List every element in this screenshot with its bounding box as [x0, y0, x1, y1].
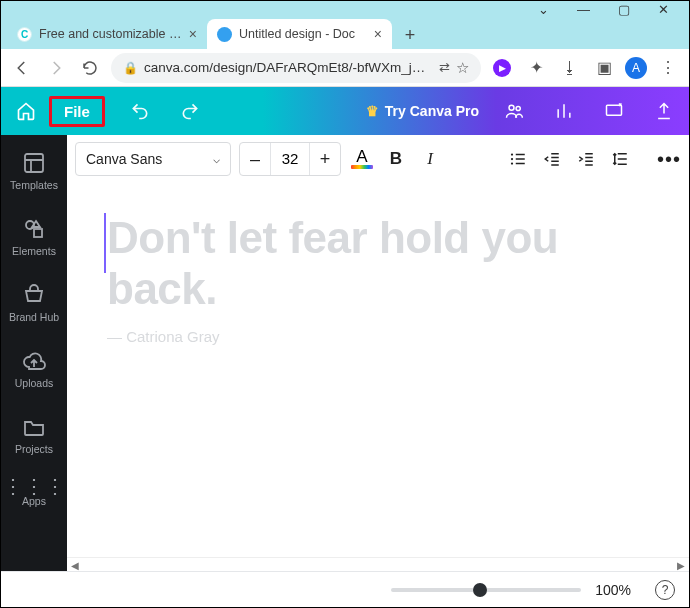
- text-color-button[interactable]: A: [349, 149, 375, 169]
- sidebar-item-brand-hub[interactable]: Brand Hub: [1, 277, 67, 329]
- browser-tabstrip: C Free and customizable Instag × Untitle…: [1, 17, 689, 49]
- browser-tab-1[interactable]: Untitled design - Doc ×: [207, 19, 392, 49]
- nav-forward-button[interactable]: [43, 55, 69, 81]
- svg-rect-2: [607, 105, 622, 115]
- new-tab-button[interactable]: +: [396, 21, 424, 49]
- zoom-value[interactable]: 100%: [595, 582, 631, 598]
- svg-point-1: [516, 106, 520, 110]
- scroll-left-icon[interactable]: ◀: [71, 560, 79, 571]
- window-minimize-icon[interactable]: —: [577, 3, 590, 16]
- window-close-icon[interactable]: ✕: [658, 3, 669, 16]
- indent-button[interactable]: [573, 146, 599, 172]
- nav-back-button[interactable]: [9, 55, 35, 81]
- editor-sidebar: Templates Elements Brand Hub Uploads Pro…: [1, 135, 67, 571]
- sidebar-item-label: Templates: [10, 179, 58, 191]
- redo-button[interactable]: [175, 101, 205, 121]
- spacing-button[interactable]: [607, 146, 633, 172]
- window-titlebar: ⌄ — ▢ ✕: [1, 1, 689, 17]
- bold-button[interactable]: B: [383, 146, 409, 172]
- tab-close-0[interactable]: ×: [189, 26, 197, 42]
- sidebar-item-projects[interactable]: Projects: [1, 409, 67, 461]
- play-extension-icon[interactable]: ▶: [489, 55, 515, 81]
- extensions-icon[interactable]: ✦: [523, 55, 549, 81]
- lock-icon: 🔒: [123, 61, 138, 75]
- font-family-select[interactable]: Canva Sans ⌵: [75, 142, 231, 176]
- sidebar-item-templates[interactable]: Templates: [1, 145, 67, 197]
- svg-point-6: [511, 153, 513, 155]
- editor-area: Canva Sans ⌵ – 32 + A B I •••: [67, 135, 689, 571]
- list-button[interactable]: [505, 146, 531, 172]
- tab-label-1: Untitled design - Doc: [239, 27, 367, 41]
- page[interactable]: Don't let fear hold you back. — Catriona…: [67, 183, 689, 557]
- address-bar[interactable]: 🔒 canva.com/design/DAFrARQmEt8/-bfWXm_jW…: [111, 53, 481, 83]
- sidebar-item-label: Brand Hub: [9, 311, 59, 323]
- placeholder-quote[interactable]: Don't let fear hold you back.: [107, 213, 649, 314]
- window-maximize-icon[interactable]: ▢: [618, 3, 630, 16]
- browser-toolbar: 🔒 canva.com/design/DAFrARQmEt8/-bfWXm_jW…: [1, 49, 689, 87]
- font-size-decrease[interactable]: –: [240, 143, 270, 175]
- url-text: canva.com/design/DAFrARQmEt8/-bfWXm_jW…: [144, 60, 433, 75]
- nav-reload-button[interactable]: [77, 55, 103, 81]
- undo-button[interactable]: [125, 101, 155, 121]
- tab-close-1[interactable]: ×: [374, 26, 382, 42]
- try-pro-button[interactable]: ♛ Try Canva Pro: [366, 103, 479, 119]
- text-toolbar: Canva Sans ⌵ – 32 + A B I •••: [67, 135, 689, 183]
- present-icon[interactable]: [599, 101, 629, 121]
- sidebar-item-elements[interactable]: Elements: [1, 211, 67, 263]
- zoom-slider[interactable]: [391, 588, 581, 592]
- bookmark-star-icon[interactable]: ☆: [456, 59, 469, 77]
- apps-grid-icon: ⋮⋮⋮: [3, 481, 66, 491]
- placeholder-attribution[interactable]: — Catriona Gray: [107, 328, 649, 345]
- italic-button[interactable]: I: [417, 146, 443, 172]
- text-cursor: [104, 213, 106, 273]
- zoom-slider-thumb[interactable]: [473, 583, 487, 597]
- outdent-button[interactable]: [539, 146, 565, 172]
- font-size-stepper: – 32 +: [239, 142, 341, 176]
- sidebar-item-apps[interactable]: ⋮⋮⋮ Apps: [1, 475, 67, 513]
- font-size-increase[interactable]: +: [310, 143, 340, 175]
- document-canvas[interactable]: Don't let fear hold you back. — Catriona…: [67, 183, 689, 557]
- sidebar-item-label: Elements: [12, 245, 56, 257]
- browser-menu-icon[interactable]: ⋮: [655, 55, 681, 81]
- sidebar-item-label: Apps: [22, 495, 46, 507]
- side-panel-icon[interactable]: ▣: [591, 55, 617, 81]
- sidebar-item-label: Uploads: [15, 377, 54, 389]
- scroll-right-icon[interactable]: ▶: [677, 560, 685, 571]
- svg-rect-5: [34, 229, 42, 237]
- crown-icon: ♛: [366, 103, 379, 119]
- profile-avatar[interactable]: A: [625, 57, 647, 79]
- analytics-icon[interactable]: [549, 101, 579, 121]
- translate-icon[interactable]: ⇄: [439, 60, 450, 75]
- sidebar-item-label: Projects: [15, 443, 53, 455]
- svg-rect-3: [25, 154, 43, 172]
- text-color-swatch: [351, 165, 373, 169]
- tab-label-0: Free and customizable Instag: [39, 27, 182, 41]
- horizontal-scrollbar[interactable]: ◀ ▶: [67, 557, 689, 571]
- canva-topbar: File ♛ Try Canva Pro: [1, 87, 689, 135]
- tab-favicon-1: [217, 27, 232, 42]
- align-button[interactable]: [471, 146, 497, 172]
- tab-favicon-0: C: [17, 27, 32, 42]
- svg-point-0: [509, 105, 514, 110]
- download-icon[interactable]: ⭳: [557, 55, 583, 81]
- share-icon[interactable]: [649, 101, 679, 121]
- home-icon[interactable]: [11, 96, 41, 126]
- file-menu-button[interactable]: File: [49, 96, 105, 127]
- try-pro-label: Try Canva Pro: [385, 103, 479, 119]
- font-family-value: Canva Sans: [86, 151, 162, 167]
- font-size-value[interactable]: 32: [270, 143, 310, 175]
- svg-point-7: [511, 158, 513, 160]
- more-options-button[interactable]: •••: [657, 148, 681, 171]
- chevron-down-icon: ⌵: [213, 152, 220, 166]
- browser-tab-0[interactable]: C Free and customizable Instag ×: [7, 19, 207, 49]
- sidebar-item-uploads[interactable]: Uploads: [1, 343, 67, 395]
- collaborate-icon[interactable]: [499, 101, 529, 121]
- help-button[interactable]: ?: [655, 580, 675, 600]
- svg-point-8: [511, 162, 513, 164]
- text-color-A: A: [356, 149, 367, 165]
- window-dropdown-icon[interactable]: ⌄: [538, 3, 549, 16]
- editor-footer: 100% ?: [1, 571, 689, 607]
